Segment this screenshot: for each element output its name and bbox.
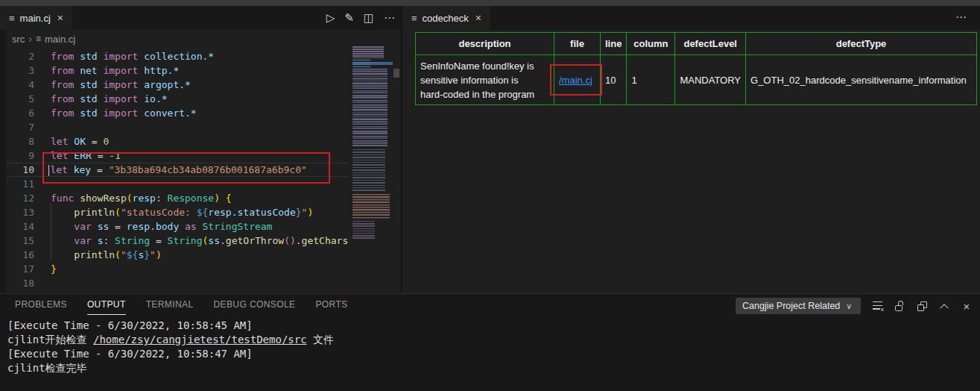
panel-tab-problems[interactable]: PROBLEMS <box>15 299 67 315</box>
code-line-18[interactable]: 18 <box>6 276 348 290</box>
code-token <box>51 221 74 232</box>
code-token: collection.* <box>144 51 214 62</box>
code-token: argopt.* <box>144 79 191 90</box>
window-top-edge <box>0 0 980 6</box>
line-number: 18 <box>6 276 34 290</box>
chevron-down-icon: ∨ <box>846 301 852 311</box>
cell-defectType: G_OTH_02_hardcode_sensitivename_informat… <box>746 55 977 105</box>
code-token: std <box>80 107 103 119</box>
panel-tab-output[interactable]: OUTPUT <box>87 299 126 315</box>
more-actions-icon[interactable]: ⋯ <box>955 10 967 24</box>
file-list-icon: ≡ <box>9 13 15 24</box>
code-line-4[interactable]: 4from std import argopt.* <box>6 78 348 92</box>
code-token: "statusCode: <box>121 207 197 218</box>
minimap-lines <box>353 149 385 193</box>
code-token: io.* <box>144 93 167 104</box>
code-token: http.* <box>144 65 179 76</box>
file-link[interactable]: /main.cj <box>559 75 592 86</box>
tab-codecheck[interactable]: ≡ codecheck × <box>402 6 490 30</box>
code-token: -1 <box>109 150 121 161</box>
line-text: func showResp(resp: Response) { <box>34 191 348 205</box>
line-text: println("statusCode: ${resp.statusCode}"… <box>34 205 348 219</box>
code-token <box>51 235 74 246</box>
code-token: let <box>51 136 74 147</box>
code-token: std <box>80 93 103 104</box>
code-line-7[interactable]: 7 <box>6 120 348 134</box>
cell-column: 1 <box>627 55 675 105</box>
run-icon[interactable]: ▷ <box>326 11 335 25</box>
code-line-14[interactable]: 14 var ss = resp.body as StringStream <box>6 219 348 234</box>
code-token: resp.body <box>127 221 185 232</box>
code-line-3[interactable]: 3from net import http.* <box>6 63 348 78</box>
edit-icon[interactable]: ✎ <box>344 11 354 25</box>
code-line-10[interactable]: 10let key = "3b38ba694cb34ab0876b001687a… <box>6 163 348 177</box>
code-token: = <box>97 164 109 175</box>
code-token: = <box>92 136 104 147</box>
line-number: 2 <box>6 49 34 63</box>
table-header-row: description file line column defectLevel… <box>416 33 977 55</box>
code-token: var <box>74 235 97 246</box>
code-token: ) <box>214 193 220 204</box>
breadcrumb-folder[interactable]: src <box>12 34 25 45</box>
panel-tab-debug-console[interactable]: DEBUG CONSOLE <box>214 299 296 315</box>
code-line-6[interactable]: 6from std import convert.* <box>6 106 348 120</box>
code-lines: 2from std import collection.*3from net i… <box>6 49 348 290</box>
clear-output-icon[interactable]: × <box>871 300 883 312</box>
line-text: let OK = 0 <box>34 134 348 148</box>
code-line-13[interactable]: 13 println("statusCode: ${resp.statusCod… <box>6 205 348 219</box>
code-token: ( <box>115 207 121 218</box>
split-editor-icon[interactable]: ◫ <box>364 11 374 25</box>
panel-tab-terminal[interactable]: TERMINAL <box>146 299 194 315</box>
line-number: 8 <box>6 134 34 148</box>
code-line-12[interactable]: 12func showResp(resp: Response) { <box>6 191 348 205</box>
code-line-2[interactable]: 2from std import collection.* <box>6 49 348 63</box>
code-token: std <box>80 79 103 90</box>
line-text: let key = "3b38ba694cb34ab0876b001687a6b… <box>34 163 348 177</box>
code-token: . <box>296 235 302 246</box>
code-token: showResp <box>80 193 127 204</box>
code-line-5[interactable]: 5from std import io.* <box>6 92 348 106</box>
line-number: 7 <box>6 120 34 134</box>
breadcrumb-file[interactable]: main.cj <box>45 34 75 45</box>
code-line-15[interactable]: 15 var s: String = String(ss.getOrThrow(… <box>6 234 348 248</box>
dropdown-value: Cangjie Project Related <box>742 301 840 311</box>
line-text: from std import convert.* <box>34 106 348 120</box>
code-token: let <box>51 150 74 161</box>
code-token: key <box>74 164 97 175</box>
minimap-lines <box>353 69 388 146</box>
line-number: 15 <box>6 234 34 248</box>
more-actions-icon[interactable]: ⋯ <box>384 11 395 25</box>
code-token: import <box>103 65 144 76</box>
code-token: { <box>226 193 232 204</box>
code-token: from <box>51 51 80 62</box>
code-token: from <box>51 93 80 104</box>
tab-main-cj[interactable]: ≡ main.cj × <box>0 6 72 30</box>
code-line-16[interactable]: 16 println("${s}") <box>6 248 348 262</box>
close-tab-icon[interactable]: × <box>56 12 65 24</box>
minimap[interactable] <box>353 45 393 291</box>
output-channel-dropdown[interactable]: Cangjie Project Related ∨ <box>736 298 861 314</box>
close-tab-icon[interactable]: × <box>474 12 483 24</box>
tab-label: codecheck <box>423 13 469 24</box>
cell-defectLevel: MANDATORY <box>675 55 746 105</box>
code-line-9[interactable]: 9let ERR = -1 <box>6 148 348 163</box>
maximize-panel-icon[interactable] <box>938 300 950 312</box>
line-number: 11 <box>6 177 34 191</box>
code-token: } <box>144 249 150 260</box>
code-line-11[interactable]: 11 <box>6 177 348 191</box>
output-path-link[interactable]: /home/zsy/cangjietest/testDemo/src <box>93 334 307 345</box>
panel-tab-ports[interactable]: PORTS <box>315 299 347 315</box>
line-text: var s: String = String(ss.getOrThrow().g… <box>34 234 348 248</box>
code-line-8[interactable]: 8let OK = 0 <box>6 134 348 148</box>
code-line-17[interactable]: 17} <box>6 262 348 276</box>
close-panel-icon[interactable]: × <box>961 300 973 312</box>
breadcrumb[interactable]: src › ≡ main.cj <box>6 30 401 48</box>
minimap-lines <box>353 46 384 58</box>
panel-tab-bar: PROBLEMSOUTPUTTERMINALDEBUG CONSOLEPORTS <box>15 299 348 315</box>
editor-scrollbar-thumb[interactable] <box>393 69 399 78</box>
cell-line: 10 <box>601 55 627 105</box>
file-list-icon: ≡ <box>411 13 417 24</box>
cell-description: SenInfoName found!key is sensitive infor… <box>416 55 554 105</box>
open-in-editor-icon[interactable] <box>916 300 928 312</box>
unlock-icon[interactable] <box>894 300 905 312</box>
